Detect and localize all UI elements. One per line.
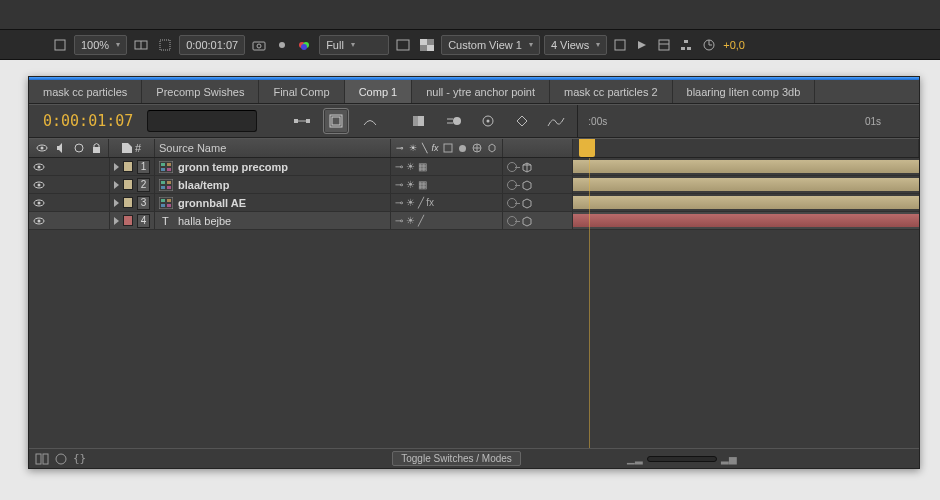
views-layout-dropdown[interactable]: 4 Views xyxy=(544,35,607,55)
transparency-grid-icon[interactable] xyxy=(417,35,437,55)
svg-point-65 xyxy=(38,219,41,222)
visibility-toggle-icon[interactable] xyxy=(33,179,45,191)
footer-transfer-controls-icon[interactable] xyxy=(35,453,49,465)
reset-exposure-icon[interactable] xyxy=(699,35,719,55)
layer-duration-bar[interactable] xyxy=(573,160,919,173)
pickwhip-icon[interactable] xyxy=(507,198,517,208)
comp-layer-icon xyxy=(159,161,173,173)
resolution-half-icon[interactable] xyxy=(131,35,151,55)
current-timecode[interactable]: 0:00:01:07 xyxy=(37,112,139,130)
frame-blend-icon[interactable] xyxy=(407,108,433,134)
label-color-chip[interactable] xyxy=(123,215,133,226)
twirl-icon[interactable] xyxy=(114,181,119,189)
svg-rect-62 xyxy=(161,204,165,207)
svg-rect-14 xyxy=(615,40,625,50)
layer-switches[interactable]: ⊸ ☀ ╱ xyxy=(391,212,503,229)
layer-name: gronn temp precomp xyxy=(178,161,288,173)
layer-search[interactable] xyxy=(147,110,257,132)
search-input[interactable] xyxy=(154,115,292,127)
tab-comp-1[interactable]: Comp 1 xyxy=(345,80,413,103)
tab-final-comp[interactable]: Final Comp xyxy=(259,80,344,103)
layer-duration-bar[interactable] xyxy=(573,214,919,227)
svg-rect-40 xyxy=(444,144,452,152)
twirl-icon[interactable] xyxy=(114,163,119,171)
svg-rect-0 xyxy=(55,40,65,50)
3d-view-dropdown[interactable]: Custom View 1 xyxy=(441,35,540,55)
layer-switches[interactable]: ⊸ ☀ ▦ xyxy=(391,158,503,175)
svg-rect-68 xyxy=(43,454,48,464)
color-channels-icon[interactable] xyxy=(295,35,315,55)
visibility-toggle-icon[interactable] xyxy=(33,197,45,209)
comp-layer-icon xyxy=(159,179,173,191)
channels-icon[interactable] xyxy=(273,35,291,55)
exposure-value[interactable]: +0,0 xyxy=(723,39,745,51)
zoom-dropdown[interactable]: 100% xyxy=(74,35,127,55)
label-color-chip[interactable] xyxy=(123,161,133,172)
footer-brackets-icon[interactable]: {} xyxy=(73,452,86,465)
hide-shy-icon[interactable] xyxy=(357,108,383,134)
comp-mini-flowchart-icon[interactable] xyxy=(289,108,315,134)
footer-render-queue-icon[interactable] xyxy=(55,453,67,465)
pickwhip-icon[interactable] xyxy=(507,162,517,172)
snapshot-icon[interactable] xyxy=(249,35,269,55)
layer-duration-bar[interactable] xyxy=(573,196,919,209)
layer-row[interactable]: 2 blaa/temp ⊸ ☀ ▦ xyxy=(29,176,919,194)
zoom-in-icon[interactable]: ▂▅ xyxy=(721,453,737,464)
motion-blur-icon[interactable] xyxy=(441,108,467,134)
twirl-icon[interactable] xyxy=(114,217,119,225)
layer-row[interactable]: 1 gronn temp precomp ⊸ ☀ ▦ xyxy=(29,158,919,176)
twirl-icon[interactable] xyxy=(114,199,119,207)
layer-duration-bar[interactable] xyxy=(573,178,919,191)
tab-precomp-swishes[interactable]: Precomp Swishes xyxy=(142,80,259,103)
toggle-switches-modes-button[interactable]: Toggle Switches / Modes xyxy=(392,451,521,466)
flowchart-icon[interactable] xyxy=(677,35,695,55)
label-color-chip[interactable] xyxy=(123,197,133,208)
layer-switches[interactable]: ⊸ ☀ ▦ xyxy=(391,176,503,193)
svg-point-58 xyxy=(38,201,41,204)
fast-preview-icon[interactable] xyxy=(633,35,651,55)
3d-cube-icon xyxy=(521,215,533,227)
film-icon xyxy=(443,143,453,153)
pickwhip-icon[interactable] xyxy=(507,216,517,226)
svg-rect-17 xyxy=(684,40,688,43)
layer-switches[interactable]: ⊸ ☀ ╱ fx xyxy=(391,194,503,211)
pickwhip-icon[interactable] xyxy=(507,180,517,190)
svg-point-41 xyxy=(459,145,466,152)
timeline-header-area[interactable] xyxy=(573,139,919,157)
current-time-indicator-head[interactable] xyxy=(579,139,595,157)
zoom-slider[interactable] xyxy=(647,456,717,462)
hand-tool-icon[interactable] xyxy=(50,35,70,55)
time-ruler[interactable]: :00s 01s xyxy=(577,105,911,137)
draft-3d-icon[interactable] xyxy=(323,108,349,134)
tab-null-ytre-anchor[interactable]: null - ytre anchor point xyxy=(412,80,550,103)
timeline-zoom-control[interactable]: ▁▂ ▂▅ xyxy=(627,453,737,464)
layer-row[interactable]: 3 gronnball AE ⊸ ☀ ╱ fx xyxy=(29,194,919,212)
svg-point-5 xyxy=(257,44,261,48)
av-features-header xyxy=(29,139,109,157)
svg-rect-47 xyxy=(167,163,171,166)
source-name-header[interactable]: Source Name xyxy=(155,139,391,157)
auto-keyframe-icon[interactable] xyxy=(509,108,535,134)
label-color-chip[interactable] xyxy=(123,179,133,190)
timeline-panel: mask cc particles Precomp Swishes Final … xyxy=(28,76,920,469)
visibility-toggle-icon[interactable] xyxy=(33,215,45,227)
layer-row[interactable]: 4 T halla bejbe ⊸ ☀ ╱ xyxy=(29,212,919,230)
svg-point-6 xyxy=(279,42,285,48)
quality-dropdown[interactable]: Full xyxy=(319,35,389,55)
brainstorm-icon[interactable] xyxy=(475,108,501,134)
svg-rect-45 xyxy=(159,161,173,173)
pixel-aspect-icon[interactable] xyxy=(611,35,629,55)
graph-editor-icon[interactable] xyxy=(543,108,569,134)
tab-mask-cc-particles-2[interactable]: mask cc particles 2 xyxy=(550,80,673,103)
ruler-tick-mid: 01s xyxy=(865,116,881,127)
grid-toggle-icon[interactable] xyxy=(393,35,413,55)
switches-header: ⊸☀╲ fx xyxy=(391,139,503,157)
zoom-out-icon[interactable]: ▁▂ xyxy=(627,453,643,464)
safe-zones-icon[interactable] xyxy=(155,35,175,55)
timeline-panel-icon[interactable] xyxy=(655,35,673,55)
visibility-toggle-icon[interactable] xyxy=(33,161,45,173)
viewer-timecode[interactable]: 0:00:01:07 xyxy=(179,35,245,55)
svg-point-51 xyxy=(38,183,41,186)
tab-blaaring-liten[interactable]: blaaring liten comp 3db xyxy=(673,80,816,103)
tab-mask-cc-particles[interactable]: mask cc particles xyxy=(29,80,142,103)
